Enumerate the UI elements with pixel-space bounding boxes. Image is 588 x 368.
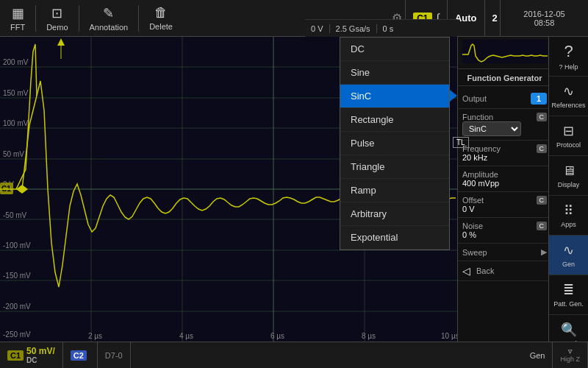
function-row: Function C SinC DC Sine Rectangle Pulse …	[458, 109, 551, 141]
fft-button[interactable]: ▦ FFT	[3, 2, 32, 35]
apps-button[interactable]: ⠿ Apps	[549, 196, 588, 236]
dropdown-item-sinc[interactable]: SinC	[340, 85, 449, 108]
frequency-c-badge: C	[537, 144, 548, 153]
back-row[interactable]: ◁ Back	[458, 261, 551, 281]
dropdown-item-expotential[interactable]: Expotential	[340, 226, 449, 250]
patt-gen-icon: ≣	[563, 282, 574, 298]
protocol-icon: ⊟	[563, 123, 574, 139]
output-row[interactable]: Output 1	[458, 89, 551, 109]
svg-text:4 µs: 4 µs	[179, 332, 193, 340]
dropdown-item-pulse[interactable]: Pulse	[340, 132, 449, 155]
frequency-value: 20 kHz	[462, 153, 487, 162]
datetime-display: 2016-12-05 08:58	[500, 0, 588, 37]
noise-row: Noise C 0 %	[458, 218, 551, 244]
apps-icon: ⠿	[564, 202, 573, 219]
offset-row: Offset C 0 V	[458, 192, 551, 218]
time-offset: 0 s	[376, 24, 400, 33]
tl-badge: TL	[453, 137, 469, 147]
delete-button[interactable]: 🗑 Delete	[142, 2, 180, 34]
svg-text:-200 mV: -200 mV	[3, 302, 31, 311]
function-c-badge: C	[537, 113, 548, 121]
ch1-label: C1	[7, 350, 24, 361]
function-select[interactable]: SinC DC Sine Rectangle Pulse Triangle Ra…	[462, 121, 521, 136]
annotation-icon: ✎	[103, 5, 114, 21]
dropdown-item-dc[interactable]: DC	[340, 38, 449, 61]
delete-icon: 🗑	[154, 5, 168, 21]
function-dropdown-menu: DC Sine SinC Rectangle Pulse Triangle Ra…	[340, 37, 450, 250]
toolbar-separator-1	[35, 5, 36, 32]
ch1-settings[interactable]: C1 50 mV/ DC	[0, 342, 63, 368]
high-z-status[interactable]: ⛛ High Z	[553, 342, 588, 368]
function-generator-panel: Function Generator Output 1 Function C S…	[457, 37, 551, 342]
search-icon: 🔍	[561, 322, 577, 338]
back-arrow-icon: ◁	[462, 265, 470, 277]
dropdown-item-sine[interactable]: Sine	[340, 61, 449, 85]
annotation-button[interactable]: ✎ Annotation	[82, 2, 136, 35]
toolbar-separator-2	[79, 5, 79, 32]
offset-value: 0 V	[462, 205, 475, 213]
svg-text:50 mV: 50 mV	[3, 150, 24, 158]
dropdown-arrow-icon	[450, 90, 457, 102]
svg-text:-150 mV: -150 mV	[3, 272, 31, 280]
svg-text:-250 mV: -250 mV	[3, 330, 31, 339]
toolbar-separator-3	[138, 5, 139, 32]
amplitude-value: 400 mVpp	[462, 179, 499, 188]
display-button[interactable]: 🖥 Display	[549, 156, 588, 196]
svg-text:200 mV: 200 mV	[3, 58, 29, 66]
svg-text:6 µs: 6 µs	[270, 332, 284, 340]
help-button[interactable]: ? ? Help	[549, 37, 588, 77]
dropdown-item-triangle[interactable]: Triangle	[340, 155, 449, 179]
sweep-arrow-icon: ▶	[541, 247, 547, 257]
demo-icon: ⊡	[51, 5, 62, 21]
noise-value: 0 %	[462, 230, 476, 239]
digital-channels[interactable]: D7-0	[98, 342, 131, 368]
protocol-button[interactable]: ⊟ Protocol	[549, 116, 588, 156]
bottom-toolbar: C1 50 mV/ DC C2 D7-0 Gen ⛛ High Z	[0, 342, 588, 368]
sweep-row[interactable]: Sweep ▶	[458, 244, 551, 261]
svg-text:8 µs: 8 µs	[362, 332, 376, 340]
d7-d0-label: D7-0	[105, 351, 123, 360]
noise-c-badge: C	[537, 222, 548, 230]
top-toolbar: ▦ FFT ⊡ Demo ✎ Annotation 🗑 Delete ⚙ C1 …	[0, 0, 588, 37]
frequency-row: Frequency C 20 kHz	[458, 141, 551, 166]
svg-text:2 µs: 2 µs	[88, 332, 102, 340]
dropdown-item-rectangle[interactable]: Rectangle	[340, 108, 449, 132]
patt-gen-button[interactable]: ≣ Patt. Gen.	[549, 275, 588, 315]
output-toggle[interactable]: 1	[531, 93, 547, 105]
sub-info-bar: 0 V 2.5 Gsa/s 0 s	[305, 19, 457, 37]
fft-icon: ▦	[12, 5, 24, 21]
amplitude-row: Amplitude 400 mVpp	[458, 166, 551, 192]
gen-status-label: Gen	[530, 351, 545, 360]
help-icon: ?	[564, 42, 573, 61]
preview-waveform-svg	[462, 40, 548, 63]
right-sidebar: ? ? Help ∿ References ⊟ Protocol 🖥 Displ…	[548, 37, 588, 342]
references-button[interactable]: ∿ References	[549, 77, 588, 116]
sample-rate: 2.5 Gsa/s	[329, 24, 376, 33]
voltage-offset: 0 V	[305, 24, 329, 33]
svg-text:100 mV: 100 mV	[3, 119, 29, 127]
svg-text:150 mV: 150 mV	[3, 89, 29, 97]
gen-button[interactable]: ∿ Gen	[549, 236, 588, 275]
dropdown-item-ramp[interactable]: Ramp	[340, 179, 449, 202]
offset-c-badge: C	[537, 196, 548, 205]
ch2-label: C2	[71, 350, 87, 361]
ch2-settings[interactable]: C2	[63, 342, 98, 368]
fg-panel-title: Function Generator	[458, 69, 551, 86]
gen-icon: ∿	[563, 242, 574, 258]
demo-button[interactable]: ⊡ Demo	[39, 2, 75, 35]
svg-text:-50 mV: -50 mV	[3, 211, 27, 219]
dropdown-item-arbitrary[interactable]: Arbitrary	[340, 202, 449, 226]
svg-text:-100 mV: -100 mV	[3, 241, 31, 250]
display-icon: 🖥	[562, 163, 576, 179]
svg-text:10 µs: 10 µs	[441, 332, 457, 340]
gen-status[interactable]: Gen	[523, 342, 553, 368]
waveform-preview	[458, 37, 551, 69]
references-icon: ∿	[563, 83, 574, 99]
